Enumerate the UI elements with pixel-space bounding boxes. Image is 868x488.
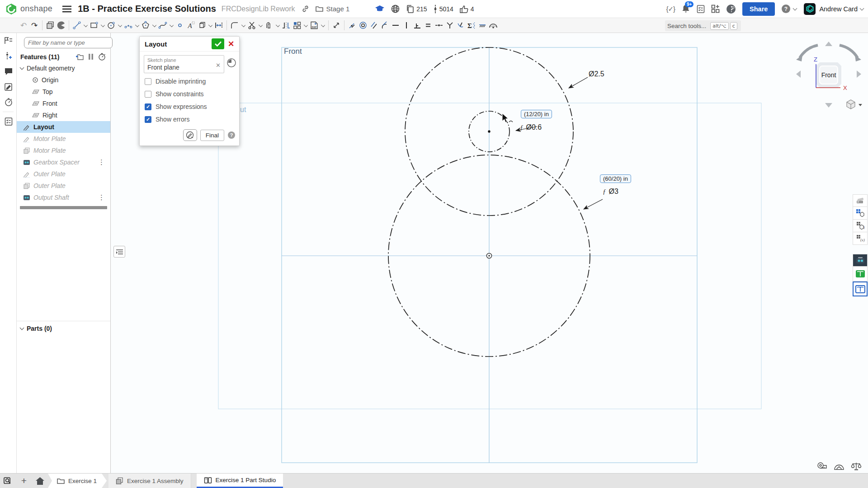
main-menu-icon[interactable] <box>62 5 71 13</box>
checkbox-disable-imprinting[interactable]: Disable imprinting <box>140 75 239 88</box>
tree-item-gearbox-spacer[interactable]: Gearbox Spacer ⋮ <box>17 156 110 168</box>
rectangle-tool-dropdown[interactable] <box>99 19 106 31</box>
tree-item-motor-plate-extrude[interactable]: Motor Plate <box>17 145 110 156</box>
likes-icon[interactable] <box>460 5 468 13</box>
add-tab-button[interactable]: + <box>16 474 32 488</box>
tree-item-front-plane[interactable]: Front <box>17 98 110 109</box>
offset-tool-button[interactable] <box>264 19 274 31</box>
tree-collapse-caret[interactable] <box>20 65 24 70</box>
solid-model-button[interactable] <box>45 19 56 31</box>
featurescript-check-icon[interactable]: {✓} <box>666 5 675 13</box>
onshape-wordmark[interactable]: onshape <box>20 4 52 14</box>
constraint-pierce-button[interactable] <box>488 19 499 31</box>
expression-small-circle[interactable]: (12/20) in <box>521 110 552 118</box>
home-tab-button[interactable] <box>32 474 48 488</box>
sketch-canvas[interactable] <box>0 0 868 488</box>
line-tool-button[interactable] <box>71 19 82 31</box>
green-docs-panel-button[interactable] <box>853 267 868 282</box>
constraint-horizontal-button[interactable] <box>390 19 401 31</box>
fillet-tool-button[interactable] <box>229 19 240 31</box>
tab-exercise-1[interactable]: Exercise 1 <box>48 474 107 488</box>
tree-item-motor-plate-sketch[interactable]: Motor Plate <box>17 133 110 145</box>
workspace-folder-icon[interactable] <box>316 5 324 12</box>
tree-item-origin[interactable]: Origin <box>17 74 110 86</box>
edit-sketch-button[interactable] <box>183 129 197 141</box>
slot-tool-dropdown[interactable] <box>207 19 213 31</box>
add-folder-button[interactable] <box>75 53 84 60</box>
revolve-display-button[interactable] <box>56 19 66 31</box>
document-title[interactable]: 1B - Practice Exercise Solutions <box>78 4 216 14</box>
rectangle-tool-button[interactable] <box>89 19 99 31</box>
versions-panel-button[interactable] <box>0 48 17 64</box>
tab-exercise-1-assembly[interactable]: Exercise 1 Assembly <box>108 474 191 488</box>
checkbox-checked[interactable]: ✓ <box>145 116 151 123</box>
import-dxf-dropdown[interactable] <box>320 19 326 31</box>
feature-options-dots[interactable]: ⋮ <box>98 193 105 202</box>
dialog-accept-button[interactable] <box>212 38 224 49</box>
regen-time-button[interactable] <box>98 53 106 61</box>
checkbox-show-constraints[interactable]: Show constraints <box>140 88 239 100</box>
rotate-right-arrow[interactable] <box>840 45 858 58</box>
feature-options-dots[interactable]: ⋮ <box>98 158 105 166</box>
tree-item-outer-plate-sketch[interactable]: Outer Plate <box>17 168 110 180</box>
rollback-bar[interactable] <box>20 206 107 209</box>
view-options-caret[interactable] <box>859 104 862 106</box>
front-plane-label[interactable]: Front <box>284 47 302 56</box>
text-tool-button[interactable]: A <box>185 19 196 31</box>
fillet-tool-dropdown[interactable] <box>240 19 246 31</box>
dimension-top-circle[interactable]: Ø2.5 <box>589 70 604 78</box>
help-dropdown-caret[interactable] <box>793 6 797 10</box>
tree-group-default-geometry[interactable]: Default geometry <box>17 62 110 74</box>
constraint-coincident-button[interactable] <box>347 19 358 31</box>
rotate-right-step-arrow[interactable] <box>857 70 861 78</box>
view-cube-face-label[interactable]: Front <box>821 71 836 79</box>
pattern-tool-button[interactable] <box>292 19 302 31</box>
constraint-concentric-button[interactable] <box>358 19 368 31</box>
top-center-point[interactable] <box>488 130 490 132</box>
dialog-help-icon[interactable]: ? <box>228 131 235 139</box>
help-icon[interactable]: ? <box>781 4 791 14</box>
transform-tool-button[interactable] <box>331 19 342 31</box>
tree-item-top-plane[interactable]: Top <box>17 86 110 98</box>
point-tool-button[interactable] <box>175 19 185 31</box>
arc-tool-button[interactable] <box>123 19 134 31</box>
import-dxf-button[interactable]: DXF <box>309 19 320 31</box>
constraint-tangent-button[interactable] <box>379 19 390 31</box>
offset-tool-dropdown[interactable] <box>274 19 281 31</box>
feature-list-panel-button[interactable] <box>0 33 17 48</box>
filter-input[interactable] <box>24 37 113 48</box>
tree-item-output-shaft[interactable]: Output Shaft ⋮ <box>17 192 110 203</box>
sketch-entity-list-button[interactable] <box>113 246 125 258</box>
copy-link-icon[interactable] <box>302 5 309 13</box>
slot-tool-button[interactable] <box>196 19 207 31</box>
variables-panel-button[interactable]: (x) <box>853 232 868 245</box>
clear-selection-icon[interactable]: ✕ <box>216 62 221 69</box>
polygon-tool-button[interactable] <box>140 19 151 31</box>
dimension-bottom-circle[interactable]: ƒ Ø3 <box>603 188 618 196</box>
parts-collapse-caret[interactable] <box>20 325 24 330</box>
task-list-icon[interactable] <box>697 5 705 14</box>
dimension-small-circle[interactable]: ƒ Ø0.6 <box>520 123 542 131</box>
history-clock-icon[interactable] <box>226 58 236 68</box>
user-name[interactable]: Andrew Card <box>819 5 858 13</box>
configurations-panel-button[interactable] <box>853 207 868 220</box>
tree-item-right-plane[interactable]: Right <box>17 109 110 121</box>
app-store-icon[interactable] <box>711 5 720 13</box>
copies-icon[interactable] <box>406 5 414 13</box>
tree-item-outer-plate-extrude[interactable]: Outer Plate <box>17 180 110 192</box>
line-tool-dropdown[interactable] <box>82 19 89 31</box>
checkbox-unchecked[interactable] <box>145 78 151 85</box>
user-dropdown-caret[interactable] <box>860 6 864 10</box>
expression-bottom-circle[interactable]: (60/20) in <box>600 174 631 183</box>
constraint-normal-button[interactable] <box>455 19 466 31</box>
checkbox-checked[interactable]: ✓ <box>145 103 151 110</box>
tilt-down-arrow[interactable] <box>825 103 832 108</box>
tree-item-layout-sketch[interactable]: Layout <box>17 121 110 133</box>
versions-icon[interactable] <box>434 5 437 14</box>
history-panel-button[interactable] <box>0 94 17 110</box>
constraint-equal-button[interactable] <box>423 19 434 31</box>
learning-center-icon[interactable] <box>726 4 736 14</box>
notifications-bell-icon[interactable]: 9+ <box>681 4 690 14</box>
pattern-tool-dropdown[interactable] <box>302 19 309 31</box>
checkbox-show-errors[interactable]: ✓ Show errors <box>140 113 239 126</box>
